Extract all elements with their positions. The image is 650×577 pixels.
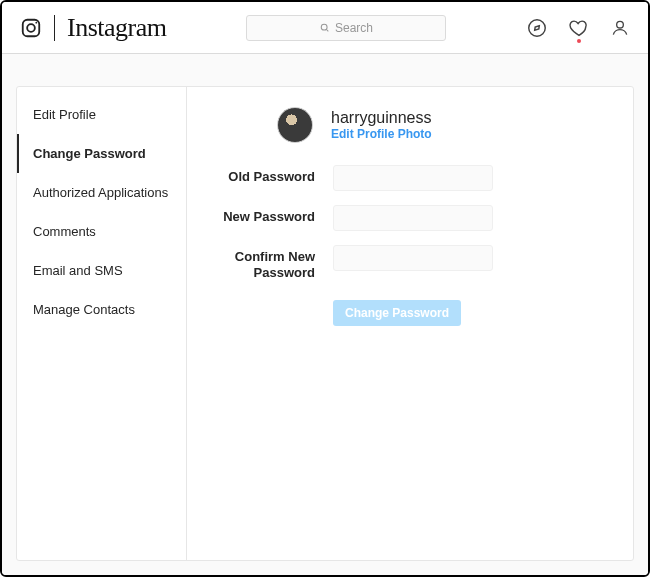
settings-card: Edit Profile Change Password Authorized …	[16, 86, 634, 561]
avatar[interactable]	[277, 107, 313, 143]
edit-profile-photo-link[interactable]: Edit Profile Photo	[331, 127, 432, 141]
top-navbar: Instagram Search	[2, 2, 648, 54]
confirm-password-input[interactable]	[333, 245, 493, 271]
submit-row: Change Password	[333, 300, 607, 326]
instagram-wordmark[interactable]: Instagram	[67, 13, 166, 43]
search-placeholder: Search	[335, 21, 373, 35]
username: harryguinness	[331, 109, 432, 127]
notification-dot	[577, 39, 581, 43]
svg-point-2	[35, 21, 37, 23]
profile-icon[interactable]	[610, 18, 630, 38]
svg-marker-6	[535, 25, 540, 30]
profile-text: harryguinness Edit Profile Photo	[331, 109, 432, 141]
settings-sidebar: Edit Profile Change Password Authorized …	[17, 87, 187, 560]
profile-header: harryguinness Edit Profile Photo	[277, 107, 607, 143]
sidebar-item-email-sms[interactable]: Email and SMS	[17, 251, 186, 290]
sidebar-item-label: Manage Contacts	[33, 302, 135, 317]
sidebar-item-label: Edit Profile	[33, 107, 96, 122]
sidebar-item-label: Email and SMS	[33, 263, 123, 278]
search-icon	[320, 23, 330, 33]
sidebar-item-authorized-applications[interactable]: Authorized Applications	[17, 173, 186, 212]
search-input[interactable]: Search	[246, 15, 446, 41]
new-password-input[interactable]	[333, 205, 493, 231]
svg-point-1	[27, 24, 35, 32]
confirm-password-row: Confirm New Password	[213, 245, 607, 282]
sidebar-item-manage-contacts[interactable]: Manage Contacts	[17, 290, 186, 329]
svg-point-7	[617, 21, 624, 28]
settings-content: harryguinness Edit Profile Photo Old Pas…	[187, 87, 633, 560]
explore-icon[interactable]	[526, 17, 548, 39]
sidebar-item-label: Authorized Applications	[33, 185, 168, 200]
sidebar-item-edit-profile[interactable]: Edit Profile	[17, 95, 186, 134]
old-password-label: Old Password	[213, 165, 333, 185]
sidebar-item-change-password[interactable]: Change Password	[17, 134, 186, 173]
sidebar-item-label: Change Password	[33, 146, 146, 161]
top-icons	[526, 17, 630, 39]
old-password-row: Old Password	[213, 165, 607, 191]
svg-line-4	[326, 29, 328, 31]
change-password-button[interactable]: Change Password	[333, 300, 461, 326]
instagram-camera-icon[interactable]	[20, 17, 42, 39]
svg-point-3	[321, 24, 327, 30]
page-area: Edit Profile Change Password Authorized …	[2, 54, 648, 575]
old-password-input[interactable]	[333, 165, 493, 191]
svg-point-5	[529, 19, 546, 36]
logo-group: Instagram	[20, 13, 166, 43]
activity-icon[interactable]	[568, 17, 590, 39]
new-password-label: New Password	[213, 205, 333, 225]
sidebar-item-comments[interactable]: Comments	[17, 212, 186, 251]
confirm-password-label: Confirm New Password	[213, 245, 333, 282]
logo-divider	[54, 15, 55, 41]
new-password-row: New Password	[213, 205, 607, 231]
sidebar-item-label: Comments	[33, 224, 96, 239]
